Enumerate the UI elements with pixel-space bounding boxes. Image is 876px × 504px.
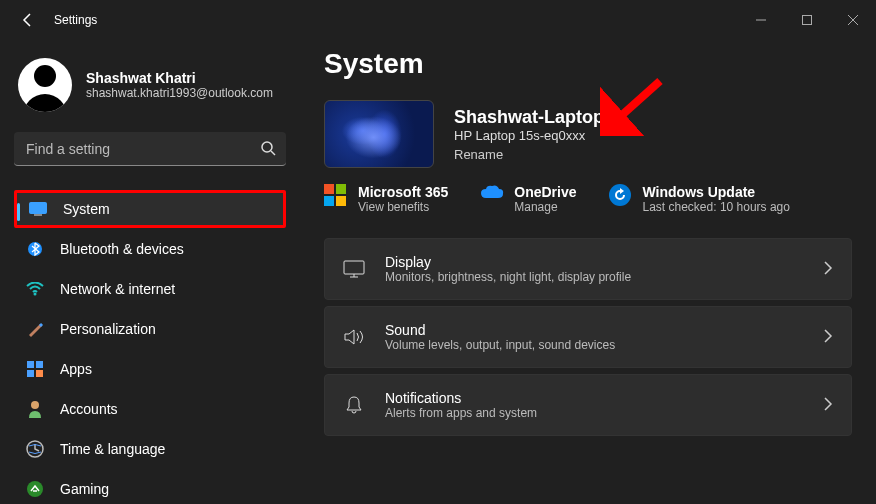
card-title: Notifications	[385, 390, 537, 406]
chevron-right-icon	[823, 261, 833, 278]
sidebar-item-time[interactable]: Time & language	[14, 430, 286, 468]
search-icon	[260, 140, 276, 159]
back-arrow-icon	[20, 12, 36, 28]
paintbrush-icon	[26, 320, 44, 338]
card-title: Sound	[385, 322, 615, 338]
sidebar-item-apps[interactable]: Apps	[14, 350, 286, 388]
card-display[interactable]: Display Monitors, brightness, night ligh…	[324, 238, 852, 300]
sidebar-item-label: Bluetooth & devices	[60, 241, 184, 257]
system-icon	[29, 200, 47, 218]
sound-icon	[343, 328, 365, 346]
svg-rect-9	[36, 361, 43, 368]
svg-rect-5	[34, 214, 42, 216]
page-title: System	[324, 48, 852, 80]
bell-icon	[343, 395, 365, 415]
nav-list: System Bluetooth & devices Network & int…	[14, 190, 286, 504]
svg-rect-1	[803, 16, 812, 25]
sidebar-item-label: Network & internet	[60, 281, 175, 297]
svg-rect-10	[27, 370, 34, 377]
profile-block[interactable]: Shashwat Khatri shashwat.khatri1993@outl…	[14, 48, 286, 132]
chevron-right-icon	[823, 397, 833, 414]
service-windows-update[interactable]: Windows Update Last checked: 10 hours ag…	[609, 184, 790, 214]
service-microsoft365[interactable]: Microsoft 365 View benefits	[324, 184, 448, 214]
device-wallpaper-thumb[interactable]	[324, 100, 434, 168]
close-button[interactable]	[830, 0, 876, 40]
svg-point-12	[31, 401, 39, 409]
apps-icon	[26, 360, 44, 378]
svg-rect-11	[36, 370, 43, 377]
service-sub: Last checked: 10 hours ago	[643, 200, 790, 214]
sidebar-item-label: Time & language	[60, 441, 165, 457]
minimize-button[interactable]	[738, 0, 784, 40]
sidebar-item-label: Accounts	[60, 401, 118, 417]
card-title: Display	[385, 254, 631, 270]
rename-link[interactable]: Rename	[454, 147, 604, 162]
service-onedrive[interactable]: OneDrive Manage	[480, 184, 576, 214]
sidebar-item-personalization[interactable]: Personalization	[14, 310, 286, 348]
card-desc: Alerts from apps and system	[385, 406, 537, 420]
svg-rect-8	[27, 361, 34, 368]
profile-name: Shashwat Khatri	[86, 70, 273, 86]
onedrive-icon	[480, 184, 502, 206]
service-name: OneDrive	[514, 184, 576, 200]
maximize-button[interactable]	[784, 0, 830, 40]
sidebar-item-label: Gaming	[60, 481, 109, 497]
window-controls	[738, 0, 876, 40]
settings-cards: Display Monitors, brightness, night ligh…	[324, 238, 852, 436]
windows-update-icon	[609, 184, 631, 206]
search-wrap	[14, 132, 286, 166]
avatar	[18, 58, 72, 112]
svg-point-2	[262, 142, 272, 152]
sidebar-item-label: Personalization	[60, 321, 156, 337]
titlebar: Settings	[0, 0, 876, 40]
service-name: Microsoft 365	[358, 184, 448, 200]
main-content: System Shashwat-Laptop HP Laptop 15s-eq0…	[300, 40, 876, 504]
wifi-icon	[26, 280, 44, 298]
chevron-right-icon	[823, 329, 833, 346]
bluetooth-icon	[26, 240, 44, 258]
card-sound[interactable]: Sound Volume levels, output, input, soun…	[324, 306, 852, 368]
svg-line-3	[271, 151, 275, 155]
back-button[interactable]	[8, 0, 48, 40]
sidebar-item-accounts[interactable]: Accounts	[14, 390, 286, 428]
service-sub: View benefits	[358, 200, 448, 214]
profile-email: shashwat.khatri1993@outlook.com	[86, 86, 273, 100]
window-title: Settings	[54, 13, 97, 27]
device-name: Shashwat-Laptop	[454, 107, 604, 128]
sidebar-item-label: System	[63, 201, 110, 217]
sidebar-item-system[interactable]: System	[14, 190, 286, 228]
sidebar-item-network[interactable]: Network & internet	[14, 270, 286, 308]
search-input[interactable]	[14, 132, 286, 166]
device-row: Shashwat-Laptop HP Laptop 15s-eq0xxx Ren…	[324, 100, 852, 168]
card-desc: Volume levels, output, input, sound devi…	[385, 338, 615, 352]
gaming-icon	[26, 480, 44, 498]
services-row: Microsoft 365 View benefits OneDrive Man…	[324, 184, 852, 214]
svg-rect-4	[30, 203, 47, 214]
card-desc: Monitors, brightness, night light, displ…	[385, 270, 631, 284]
sidebar-item-gaming[interactable]: Gaming	[14, 470, 286, 504]
sidebar-item-bluetooth[interactable]: Bluetooth & devices	[14, 230, 286, 268]
service-name: Windows Update	[643, 184, 790, 200]
device-model: HP Laptop 15s-eq0xxx	[454, 128, 604, 143]
clock-globe-icon	[26, 440, 44, 458]
sidebar-item-label: Apps	[60, 361, 92, 377]
display-icon	[343, 260, 365, 278]
person-icon	[26, 400, 44, 418]
microsoft-365-icon	[324, 184, 346, 206]
service-sub: Manage	[514, 200, 576, 214]
svg-rect-15	[344, 261, 364, 274]
card-notifications[interactable]: Notifications Alerts from apps and syste…	[324, 374, 852, 436]
sidebar: Shashwat Khatri shashwat.khatri1993@outl…	[0, 40, 300, 504]
svg-point-7	[34, 293, 37, 296]
svg-point-14	[27, 481, 43, 497]
